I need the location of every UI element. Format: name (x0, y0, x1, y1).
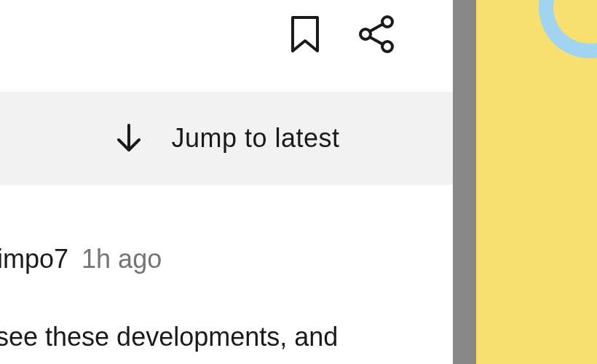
svg-point-2 (382, 41, 392, 52)
adjacent-panel (476, 0, 597, 364)
content-pane: Jump to latest impo7 1h ago see these de… (0, 0, 453, 364)
top-action-bar (290, 15, 396, 54)
jump-to-latest-label: Jump to latest (171, 123, 339, 154)
decorative-circle (539, 0, 597, 58)
arrow-down-icon (113, 122, 145, 154)
bookmark-button[interactable] (290, 15, 320, 54)
share-icon (357, 15, 396, 54)
post-meta: impo7 1h ago (0, 244, 162, 274)
jump-to-latest-bar[interactable]: Jump to latest (0, 92, 453, 185)
share-button[interactable] (357, 15, 396, 54)
post-username[interactable]: impo7 (0, 244, 68, 274)
svg-point-0 (382, 17, 392, 27)
svg-line-3 (370, 24, 383, 31)
svg-line-4 (370, 37, 383, 44)
divider-gap (453, 0, 476, 364)
bookmark-icon (290, 15, 320, 54)
post-timestamp: 1h ago (82, 244, 162, 274)
post-body-snippet: see these developments, and (0, 320, 338, 355)
